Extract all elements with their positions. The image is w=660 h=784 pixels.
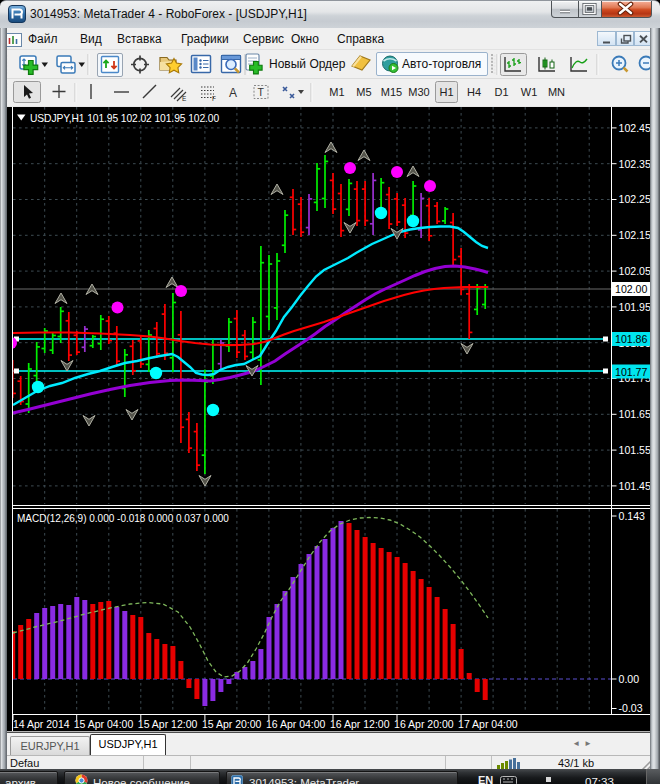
svg-text:102.35: 102.35 <box>619 158 652 170</box>
svg-text:101.55: 101.55 <box>619 444 652 456</box>
svg-text:101.45: 101.45 <box>619 480 652 492</box>
svg-text:USDJPY,H1 101.95 102.02 101.9: USDJPY,H1 101.95 102.02 101.95 102.00 <box>30 113 219 124</box>
svg-text:102.25: 102.25 <box>619 193 652 205</box>
svg-text:102.15: 102.15 <box>619 229 652 241</box>
svg-text:15 Apr 20:00: 15 Apr 20:00 <box>202 718 262 730</box>
svg-text:0.143: 0.143 <box>619 510 646 522</box>
svg-text:MACD(12,26,9) 0.000 -0.018 0.0: MACD(12,26,9) 0.000 -0.018 0.000 0.037 0… <box>17 513 229 524</box>
svg-text:101.86: 101.86 <box>615 333 648 345</box>
svg-text:15 Apr 12:00: 15 Apr 12:00 <box>138 718 198 730</box>
svg-text:101.77: 101.77 <box>615 366 648 378</box>
svg-text:17 Apr 04:00: 17 Apr 04:00 <box>458 718 518 730</box>
svg-text:101.95: 101.95 <box>619 301 652 313</box>
svg-text:16 Apr 04:00: 16 Apr 04:00 <box>266 718 326 730</box>
svg-text:102.05: 102.05 <box>619 265 652 277</box>
svg-text:102.45: 102.45 <box>619 122 652 134</box>
svg-text:102.00: 102.00 <box>615 283 648 295</box>
svg-text:15 Apr 04:00: 15 Apr 04:00 <box>74 718 134 730</box>
svg-text:101.65: 101.65 <box>619 408 652 420</box>
svg-text:-0.03: -0.03 <box>619 702 643 714</box>
svg-text:16 Apr 20:00: 16 Apr 20:00 <box>394 718 454 730</box>
svg-text:14 Apr 2014: 14 Apr 2014 <box>13 718 70 730</box>
svg-text:16 Apr 12:00: 16 Apr 12:00 <box>330 718 390 730</box>
svg-text:0.00: 0.00 <box>619 673 640 685</box>
